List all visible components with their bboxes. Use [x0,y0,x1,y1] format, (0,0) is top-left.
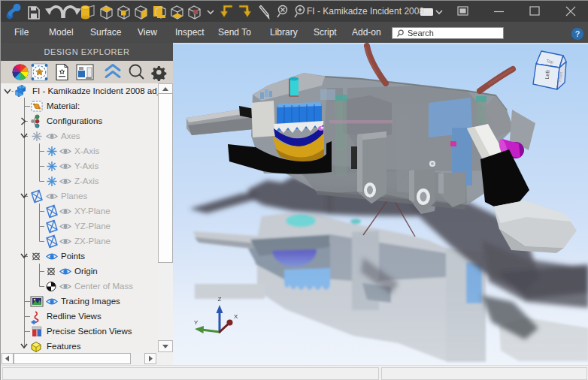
svg-text:Left: Left [544,70,550,79]
svg-text:Z: Z [218,296,222,303]
svg-text:X: X [234,313,238,320]
svg-text:Y: Y [194,319,199,326]
